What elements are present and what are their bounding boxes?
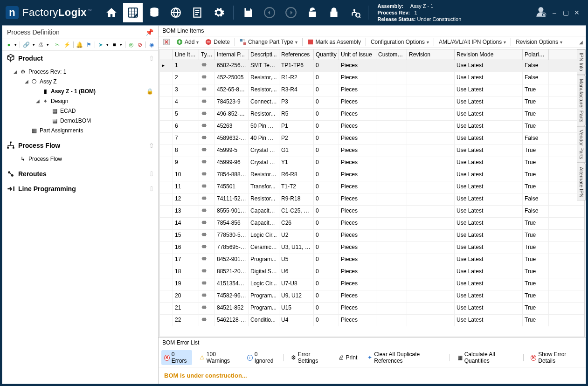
find-assembly-icon[interactable]	[346, 3, 365, 22]
cell-customer[interactable]	[376, 121, 407, 132]
cell-line-item[interactable]: 16	[173, 242, 199, 254]
row-selector[interactable]	[160, 315, 173, 326]
cell-quantity[interactable]: 0	[314, 303, 339, 314]
row-selector[interactable]	[160, 266, 173, 278]
cell-ipn[interactable]: 8452-901-06	[215, 254, 249, 266]
cell-revision[interactable]	[407, 121, 455, 132]
tree-process-rev[interactable]: ◢⚙Process Rev: 1	[2, 67, 158, 76]
cell-ipn[interactable]: 7854-888-06	[215, 169, 249, 181]
cell-description[interactable]: Crystal O...	[249, 145, 279, 157]
cell-ipn[interactable]: 4589632-89	[215, 133, 249, 145]
cell-revision-mode[interactable]: Use Latest	[455, 290, 523, 302]
cell-references[interactable]: C1-C25, C27	[279, 206, 314, 217]
cell-revision[interactable]	[407, 157, 455, 169]
table-row[interactable]: 138555-901-52Capacitor...C1-C25, C270Pie…	[160, 206, 584, 218]
cell-references[interactable]: U15	[279, 303, 314, 314]
grid-edit-icon[interactable]	[123, 3, 143, 22]
cell-customer[interactable]	[376, 169, 407, 181]
cell-customer[interactable]	[376, 60, 407, 72]
row-selector[interactable]	[160, 133, 173, 145]
revision-options-button[interactable]: Revision Options	[514, 38, 564, 46]
col-customer[interactable]: Custome...	[376, 49, 407, 60]
cell-ipn[interactable]: 7854-856	[215, 218, 249, 229]
cell-revision[interactable]	[407, 230, 455, 241]
cell-quantity[interactable]: 0	[314, 193, 339, 205]
table-row[interactable]: 1274111-521-5Resistor...R9-R180PiecesUse…	[160, 193, 584, 206]
cell-unit-of-issue[interactable]: Pieces	[339, 278, 376, 290]
cell-revision[interactable]	[407, 303, 455, 314]
cell-customer[interactable]	[376, 315, 407, 326]
col-description[interactable]: Descripti...	[249, 49, 279, 60]
cell-type[interactable]	[199, 266, 215, 278]
cell-references[interactable]: U9, U12	[279, 290, 314, 302]
cell-polarized[interactable]: True	[523, 121, 549, 132]
cell-quantity[interactable]: 0	[314, 145, 339, 157]
cell-type[interactable]	[199, 181, 215, 193]
cell-quantity[interactable]: 0	[314, 157, 339, 169]
cell-polarized[interactable]: False	[523, 193, 549, 205]
cell-description[interactable]: Crystal O...	[249, 157, 279, 169]
cut-icon[interactable]: ✂	[55, 41, 60, 48]
delete-button[interactable]: Delete	[203, 38, 232, 46]
cell-polarized[interactable]: True	[523, 242, 549, 254]
row-selector[interactable]	[160, 121, 173, 132]
cell-description[interactable]: Digital Si...	[249, 266, 279, 278]
cell-type[interactable]	[199, 290, 215, 302]
cell-type[interactable]	[199, 121, 215, 132]
tree-ecad[interactable]: ▤ECAD	[2, 106, 158, 116]
cell-unit-of-issue[interactable]: Pieces	[339, 242, 376, 254]
cell-unit-of-issue[interactable]: Pieces	[339, 315, 376, 326]
cell-description[interactable]: Ceramic s...	[249, 242, 279, 254]
cell-unit-of-issue[interactable]: Pieces	[339, 157, 376, 169]
cell-unit-of-issue[interactable]: Pieces	[339, 84, 376, 96]
cell-unit-of-issue[interactable]: Pieces	[339, 206, 376, 217]
table-row[interactable]: 74589632-8940 Pin Co...P20PiecesUse Late…	[160, 133, 584, 145]
col-revision-mode[interactable]: Revision Mode	[455, 49, 523, 60]
row-selector[interactable]	[160, 278, 173, 290]
toolbar-expand-icon[interactable]: ◢	[579, 40, 583, 45]
cell-type[interactable]	[199, 169, 215, 181]
cell-polarized[interactable]: True	[523, 96, 549, 108]
print-icon[interactable]: 🖨	[38, 41, 43, 48]
cell-unit-of-issue[interactable]: Pieces	[339, 169, 376, 181]
cell-quantity[interactable]: 0	[314, 266, 339, 278]
tree-part-assignments[interactable]: ▦Part Assignments	[2, 125, 158, 135]
tree-demo-bom[interactable]: ▤Demo1BOM	[2, 116, 158, 125]
cell-ipn[interactable]: 452-65-8954	[215, 84, 249, 96]
cell-revision-mode[interactable]: Use Latest	[455, 84, 523, 96]
cell-quantity[interactable]: 0	[314, 242, 339, 254]
cell-quantity[interactable]: 0	[314, 169, 339, 181]
tree-process-flow[interactable]: ↳Process Flow	[2, 154, 158, 164]
cell-description[interactable]: Resistor...	[249, 109, 279, 120]
cell-description[interactable]: 40 Pin Co...	[249, 133, 279, 145]
cell-unit-of-issue[interactable]: Pieces	[339, 230, 376, 241]
cell-description[interactable]: Logic Cir...	[249, 230, 279, 241]
cell-quantity[interactable]: 0	[314, 254, 339, 266]
save-icon[interactable]	[238, 3, 258, 22]
cell-revision[interactable]	[407, 193, 455, 205]
row-selector[interactable]	[160, 254, 173, 266]
cell-unit-of-issue[interactable]: Pieces	[339, 72, 376, 84]
cell-line-item[interactable]: 1	[173, 60, 199, 72]
cell-ipn[interactable]: 7785695-82	[215, 242, 249, 254]
table-row[interactable]: 2452-25005Resistor,...R1-R20PiecesUse La…	[160, 72, 584, 84]
cell-revision-mode[interactable]: Use Latest	[455, 230, 523, 241]
table-row[interactable]: 2074582-9658Program...U9, U120PiecesUse …	[160, 290, 584, 303]
cell-revision-mode[interactable]: Use Latest	[455, 206, 523, 217]
cell-customer[interactable]	[376, 96, 407, 108]
cell-customer[interactable]	[376, 84, 407, 96]
cell-revision[interactable]	[407, 60, 455, 72]
maximize-button[interactable]: ▢	[562, 9, 569, 16]
cell-references[interactable]: U6	[279, 266, 314, 278]
cell-unit-of-issue[interactable]: Pieces	[339, 254, 376, 266]
cell-type[interactable]	[199, 254, 215, 266]
table-row[interactable]: 2184521-852Program...U150PiecesUse Lates…	[160, 303, 584, 315]
bom-grid[interactable]: Line Item Type Internal P... Descripti..…	[159, 49, 585, 337]
section-line-programming[interactable]: Line Programming ⇩	[2, 181, 158, 196]
cell-line-item[interactable]: 9	[173, 157, 199, 169]
print-button[interactable]: 🖨Print	[336, 353, 360, 362]
cell-customer[interactable]	[376, 278, 407, 290]
cell-unit-of-issue[interactable]: Pieces	[339, 109, 376, 120]
cell-unit-of-issue[interactable]: Pieces	[339, 290, 376, 302]
cell-line-item[interactable]: 19	[173, 278, 199, 290]
